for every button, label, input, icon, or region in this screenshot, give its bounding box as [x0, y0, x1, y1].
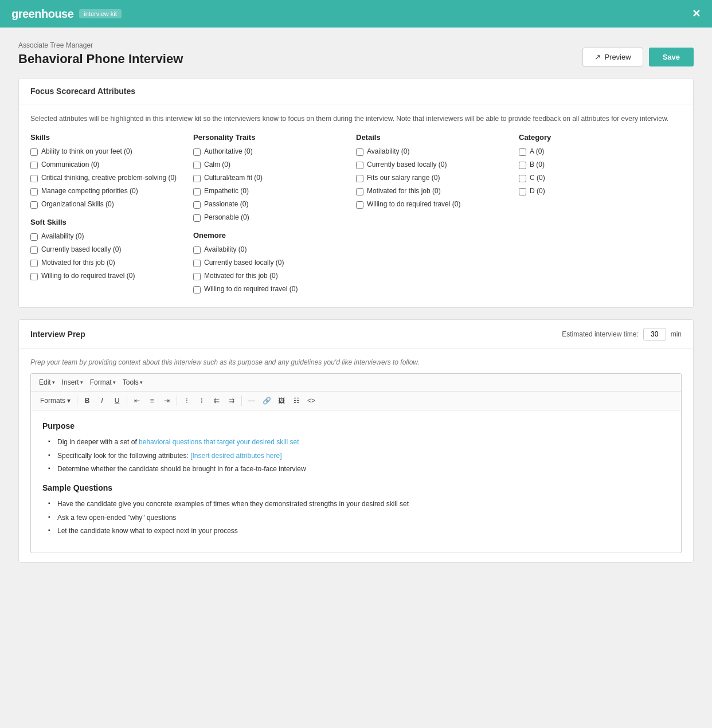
- header-left: greenhouse interview kit: [11, 7, 122, 21]
- scorecard-card: Focus Scorecard Attributes Selected attr…: [18, 78, 694, 308]
- list-item: Determine whether the candidate should b…: [48, 464, 670, 475]
- soft-skill-checkbox-3[interactable]: [30, 273, 38, 280]
- indent-right-button[interactable]: ⇉: [225, 394, 238, 408]
- detail-checkbox-4[interactable]: [356, 201, 363, 209]
- list-item: C (0): [519, 174, 672, 182]
- divider-button[interactable]: —: [245, 394, 259, 408]
- list-item: Currently based locally (0): [356, 161, 510, 169]
- list-item: B (0): [519, 161, 672, 169]
- detail-checkbox-0[interactable]: [356, 148, 363, 156]
- soft-skill-checkbox-0[interactable]: [30, 233, 38, 241]
- list-item: Critical thinking, creative problem-solv…: [30, 174, 184, 182]
- list-item: Ask a few open-ended "why" questions: [48, 512, 670, 523]
- skill-checkbox-2[interactable]: [30, 175, 38, 182]
- edit-menu[interactable]: Edit ▾: [37, 377, 57, 388]
- onemore-checkbox-3[interactable]: [193, 286, 201, 293]
- toolbar-separator: [177, 396, 177, 406]
- page-subtitle: Associate Tree Manager: [18, 41, 183, 49]
- detail-checkbox-1[interactable]: [356, 162, 363, 169]
- details-header: Details: [356, 133, 510, 142]
- scorecard-card-header: Focus Scorecard Attributes: [19, 79, 693, 104]
- list-item: Let the candidate know what to expect ne…: [48, 526, 670, 537]
- toolbar-separator: [241, 396, 242, 406]
- purpose-list: Dig in deeper with a set of behavioral q…: [42, 437, 670, 475]
- list-item: Fits our salary range (0): [356, 174, 510, 182]
- cat-checkbox-3[interactable]: [519, 188, 526, 195]
- save-button[interactable]: Save: [649, 48, 694, 66]
- skill-checkbox-0[interactable]: [30, 148, 38, 156]
- list-item: Motivated for this job (0): [193, 272, 347, 280]
- code-button[interactable]: <>: [304, 394, 318, 408]
- align-center-button[interactable]: ≡: [145, 394, 159, 408]
- editor-content[interactable]: Purpose Dig in deeper with a set of beha…: [31, 410, 681, 553]
- pt-checkbox-4[interactable]: [193, 201, 201, 209]
- onemore-header: Onemore: [193, 231, 347, 240]
- cat-checkbox-1[interactable]: [519, 162, 526, 169]
- table-button[interactable]: ☷: [290, 394, 303, 408]
- skill-checkbox-4[interactable]: [30, 201, 38, 209]
- list-item: Willing to do required travel (0): [30, 272, 184, 280]
- pt-checkbox-2[interactable]: [193, 175, 201, 182]
- editor: Edit ▾ Insert ▾ Format ▾ Tools ▾ Formats…: [30, 373, 682, 553]
- soft-skill-checkbox-2[interactable]: [30, 260, 38, 267]
- link-button[interactable]: 🔗: [260, 394, 273, 408]
- chevron-down-icon: ▾: [52, 379, 55, 385]
- estimated-time-label: Estimated interview time:: [562, 330, 638, 338]
- purpose-heading: Purpose: [42, 420, 670, 432]
- list-item: Empathetic (0): [193, 187, 347, 195]
- preview-icon: ↗: [594, 53, 601, 61]
- toolbar-separator: [77, 396, 77, 406]
- underline-button[interactable]: U: [110, 394, 124, 408]
- preview-button[interactable]: ↗ Preview: [582, 48, 643, 66]
- sample-questions-heading: Sample Questions: [42, 482, 670, 494]
- list-item: Ability to think on your feet (0): [30, 147, 184, 156]
- insert-menu[interactable]: Insert ▾: [60, 377, 85, 388]
- pt-checkbox-1[interactable]: [193, 162, 201, 169]
- italic-button[interactable]: I: [95, 394, 109, 408]
- onemore-checkbox-0[interactable]: [193, 246, 201, 254]
- sample-questions-list: Have the candidate give you concrete exa…: [42, 499, 670, 537]
- detail-checkbox-3[interactable]: [356, 188, 363, 195]
- chevron-down-icon: ▾: [113, 379, 116, 385]
- list-item: Motivated for this job (0): [30, 259, 184, 267]
- page-header: Associate Tree Manager Behavioral Phone …: [18, 41, 694, 66]
- image-button[interactable]: 🖼: [275, 394, 288, 408]
- formats-dropdown-button[interactable]: Formats ▾: [37, 396, 74, 406]
- cat-checkbox-0[interactable]: [519, 148, 526, 156]
- unordered-list-button[interactable]: ⁝: [180, 394, 194, 408]
- align-left-button[interactable]: ⇤: [130, 394, 144, 408]
- bold-button[interactable]: B: [80, 394, 94, 408]
- indent-left-button[interactable]: ⇇: [210, 394, 224, 408]
- chevron-down-icon: ▾: [80, 379, 83, 385]
- scorecard-columns: Skills Ability to think on your feet (0)…: [30, 133, 682, 298]
- interview-prep-card-header: Interview Prep Estimated interview time:…: [19, 320, 693, 349]
- onemore-checkbox-1[interactable]: [193, 260, 201, 267]
- editor-menubar: Edit ▾ Insert ▾ Format ▾ Tools ▾: [31, 374, 681, 392]
- category-header: Category: [519, 133, 672, 142]
- onemore-checkbox-2[interactable]: [193, 273, 201, 280]
- list-item: Have the candidate give you concrete exa…: [48, 499, 670, 510]
- list-item: Availability (0): [356, 147, 510, 156]
- estimated-time-input[interactable]: [643, 328, 666, 340]
- list-item: Motivated for this job (0): [356, 187, 510, 195]
- format-menu[interactable]: Format ▾: [88, 377, 118, 388]
- pt-checkbox-0[interactable]: [193, 148, 201, 156]
- align-right-button[interactable]: ⇥: [160, 394, 174, 408]
- skill-checkbox-3[interactable]: [30, 188, 38, 195]
- list-item: Passionate (0): [193, 200, 347, 209]
- toolbar-separator: [127, 396, 127, 406]
- pt-checkbox-5[interactable]: [193, 214, 201, 222]
- list-item: Authoritative (0): [193, 147, 347, 156]
- tools-menu[interactable]: Tools ▾: [120, 377, 145, 388]
- cat-checkbox-2[interactable]: [519, 175, 526, 182]
- list-item: Dig in deeper with a set of behavioral q…: [48, 437, 670, 448]
- detail-checkbox-2[interactable]: [356, 175, 363, 182]
- chevron-down-icon: ▾: [67, 397, 71, 405]
- greenhouse-logo: greenhouse: [11, 7, 73, 21]
- ordered-list-button[interactable]: ⁞: [195, 394, 209, 408]
- soft-skill-checkbox-1[interactable]: [30, 246, 38, 254]
- skill-checkbox-1[interactable]: [30, 162, 38, 169]
- pt-checkbox-3[interactable]: [193, 188, 201, 195]
- close-button[interactable]: ✕: [692, 7, 701, 20]
- list-item: Specifically look for the following attr…: [48, 451, 670, 461]
